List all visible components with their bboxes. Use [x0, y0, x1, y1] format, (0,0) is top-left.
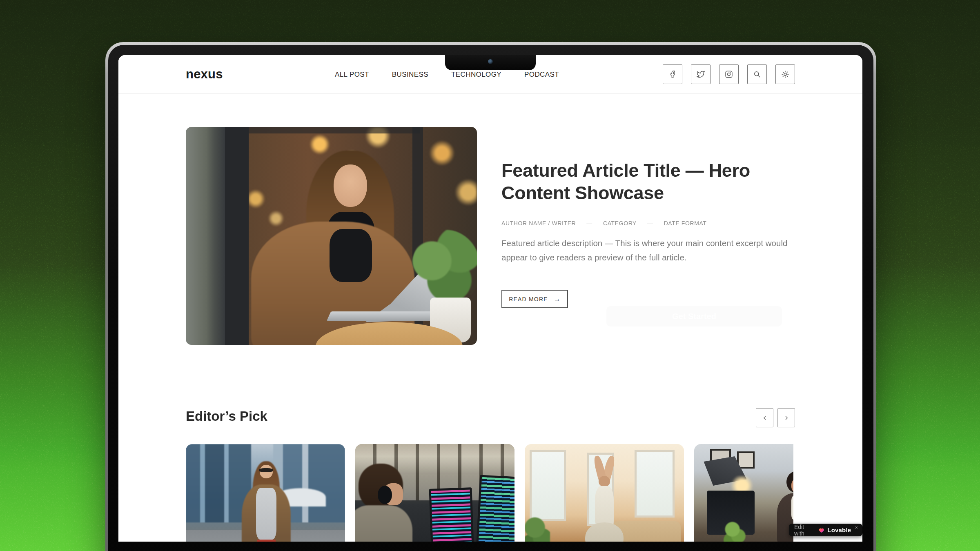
- badge-close-icon[interactable]: ×: [855, 524, 858, 531]
- developer-shirt: [355, 505, 412, 542]
- desktop-background: nexus ALL POST BUSINESS TECHNOLOGY PODCA…: [0, 0, 980, 551]
- editors-pick-card-developer[interactable]: [355, 444, 514, 542]
- laptop-bezel: nexus ALL POST BUSINESS TECHNOLOGY PODCA…: [108, 45, 873, 551]
- meta-category: CATEGORY: [603, 220, 637, 227]
- code-monitor-left: [429, 487, 474, 542]
- nav-item-all-post[interactable]: ALL POST: [335, 71, 369, 79]
- carousel-next-button[interactable]: [777, 408, 795, 427]
- theme-toggle-button[interactable]: [775, 64, 795, 84]
- wall-frame: [737, 451, 755, 469]
- sunglasses: [259, 468, 273, 472]
- editors-pick-heading: Editor’s Pick: [186, 409, 267, 424]
- search-icon: [753, 70, 761, 78]
- hero-plant: [411, 230, 477, 307]
- read-more-label: READ MORE: [509, 296, 548, 302]
- site-logo[interactable]: nexus: [186, 67, 223, 82]
- badge-brand: Lovable: [827, 527, 851, 533]
- meta-author: AUTHOR NAME / WRITER: [501, 220, 576, 227]
- article-meta: AUTHOR NAME / WRITER — CATEGORY — DATE F…: [501, 220, 707, 227]
- window-left: [530, 450, 566, 521]
- window-frame: [225, 127, 249, 345]
- meta-separator: —: [647, 220, 653, 227]
- desk-plant: [723, 521, 747, 542]
- badge-prefix: Edit with: [794, 524, 815, 537]
- edit-with-lovable-badge[interactable]: Edit with Lovable ×: [789, 524, 862, 536]
- houseplant: [525, 515, 550, 542]
- yoga-torso: [595, 486, 614, 527]
- featured-article-title[interactable]: Featured Article Title — Hero Content Sh…: [501, 159, 750, 204]
- nav-item-business[interactable]: BUSINESS: [392, 71, 428, 79]
- hero-laptop-base: [327, 311, 445, 321]
- twitter-icon: [697, 70, 705, 78]
- code-monitor-right: [476, 475, 514, 542]
- yoga-head: [599, 476, 610, 487]
- instagram-icon: [725, 70, 733, 78]
- window-right: [635, 450, 675, 518]
- laptop-screen: nexus ALL POST BUSINESS TECHNOLOGY PODCA…: [118, 55, 862, 542]
- arrow-right-icon: →: [554, 295, 561, 303]
- nav-item-technology[interactable]: TECHNOLOGY: [451, 71, 501, 79]
- webcam: [488, 59, 493, 64]
- facebook-button[interactable]: [663, 64, 682, 84]
- meta-separator: —: [586, 220, 592, 227]
- sun-icon: [781, 70, 789, 78]
- laptop-notch: [445, 55, 536, 70]
- title-line-1: Featured Article Title — Hero: [501, 159, 750, 182]
- nav-item-podcast[interactable]: PODCAST: [524, 71, 559, 79]
- carousel-controls: [756, 408, 795, 427]
- red-belt: [257, 540, 276, 542]
- editors-pick-carousel: [186, 444, 793, 542]
- headphones: [378, 486, 392, 504]
- facebook-icon: [668, 70, 677, 78]
- lovable-heart-icon: [818, 527, 825, 533]
- editors-pick-card-yoga[interactable]: [525, 444, 684, 542]
- search-button[interactable]: [747, 64, 767, 84]
- featured-article-description: Featured article description — This is w…: [501, 236, 796, 264]
- laptop-frame: nexus ALL POST BUSINESS TECHNOLOGY PODCA…: [105, 42, 876, 551]
- header-actions: [663, 64, 795, 84]
- window-frame: [249, 127, 420, 133]
- meta-date: DATE FORMAT: [664, 220, 707, 227]
- chevron-right-icon: [783, 415, 790, 421]
- card-person-sweater: [256, 488, 277, 540]
- editors-pick-card-street-style[interactable]: [186, 444, 345, 542]
- ghost-get-started-button: Get Started: [606, 306, 782, 327]
- twitter-button[interactable]: [691, 64, 710, 84]
- carousel-prev-button[interactable]: [756, 408, 773, 427]
- instagram-button[interactable]: [719, 64, 739, 84]
- featured-article-image[interactable]: [186, 127, 477, 345]
- chevron-left-icon: [762, 415, 768, 421]
- hero-person-sweater: [330, 229, 372, 282]
- editors-pick-card-home-office[interactable]: [694, 444, 793, 542]
- hero-person-face: [334, 164, 367, 207]
- office-person-shirt: [791, 495, 793, 520]
- title-line-2: Content Showcase: [501, 182, 750, 204]
- read-more-button[interactable]: READ MORE →: [501, 290, 568, 308]
